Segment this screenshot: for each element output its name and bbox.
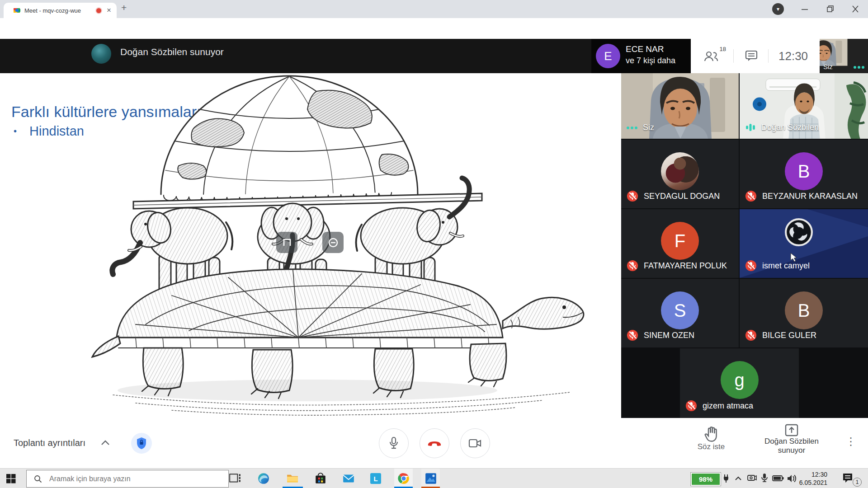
tile-fatmayaren[interactable]: F FATMAYAREN POLUK <box>621 209 739 278</box>
tile-seydagul[interactable]: SEYDAGUL DOGAN <box>621 140 739 208</box>
tile-siz[interactable]: Siz <box>621 73 739 139</box>
pin-icon <box>282 238 292 248</box>
window-minimize-button[interactable] <box>798 5 811 13</box>
avatar-initial: B <box>785 152 823 190</box>
avatar-photo <box>661 152 699 190</box>
presenter-avatar <box>91 44 111 64</box>
tab-close-icon[interactable]: × <box>107 6 111 15</box>
pinned-participants-chip[interactable]: E ECE NAR ve 7 kişi daha <box>591 39 691 73</box>
mic-icon <box>388 436 400 450</box>
photos-icon[interactable] <box>425 472 437 485</box>
obs-logo-icon <box>784 217 814 247</box>
participant-name: BILGE GULER <box>762 331 816 340</box>
l-app-icon[interactable]: L <box>369 472 382 485</box>
mail-icon[interactable] <box>342 472 355 485</box>
browser-toolbar: ← → meet.google.com/mqv-cozg-wue ☆ ⋮ <box>0 18 868 39</box>
participant-name: SEYDAGUL DOGAN <box>644 192 720 201</box>
meet-top-bar: KAYDEDİLİYOR Doğan Sözbilen sunuyor E EC… <box>0 39 868 73</box>
browser-tab[interactable]: Meet - mqv-cozg-wue × <box>4 3 117 18</box>
presenting-name: Doğan Sözbilen <box>756 437 827 446</box>
ms-store-icon[interactable] <box>314 472 327 485</box>
screen-record-icon[interactable] <box>747 474 757 483</box>
search-icon <box>34 475 42 483</box>
avatar-initial: F <box>661 222 699 260</box>
participant-name: FATMAYAREN POLUK <box>644 261 727 271</box>
power-plug-icon[interactable] <box>722 474 730 483</box>
participant-count: 18 <box>720 46 726 52</box>
participant-name: ismet camyel <box>762 261 810 271</box>
task-view-icon[interactable] <box>229 472 241 485</box>
group-avatar: E <box>596 44 620 68</box>
avatar-initial: S <box>661 291 699 329</box>
participant-name: SINEM OZEN <box>644 331 694 340</box>
remove-tile-button[interactable] <box>322 232 344 253</box>
tile-sinem[interactable]: S SINEM OZEN <box>621 279 739 347</box>
self-label: Siz <box>823 63 833 70</box>
raise-hand-button[interactable]: Söz iste <box>687 426 735 451</box>
windows-taskbar: L 98% <box>0 468 868 488</box>
presenting-banner: Doğan Sözbilen sunuyor <box>120 47 224 57</box>
tray-chevron-icon[interactable] <box>734 476 742 481</box>
tile-menu-dots-icon[interactable] <box>854 66 864 69</box>
start-button[interactable] <box>6 474 16 483</box>
tile-menu-dots-icon[interactable] <box>627 127 637 129</box>
battery-percent-badge[interactable]: 98% <box>691 473 721 486</box>
camera-toggle-button[interactable] <box>460 428 490 458</box>
world-turtle-illustration <box>0 73 621 418</box>
tile-dogan[interactable]: Doğan Sözbilen <box>740 73 868 139</box>
avatar-initial: g <box>721 361 759 399</box>
tile-beyzanur[interactable]: B BEYZANUR KARAASLAN <box>740 140 868 208</box>
mic-off-icon <box>685 400 697 412</box>
new-tab-button[interactable]: + <box>121 2 127 13</box>
participant-name: gizem atmaca <box>703 401 753 411</box>
mic-toggle-button[interactable] <box>379 428 409 458</box>
participants-icon <box>703 50 719 62</box>
more-options-button[interactable]: ⋮ <box>845 435 856 448</box>
shield-lock-icon <box>136 437 147 450</box>
file-explorer-icon[interactable] <box>286 472 299 485</box>
tray-clock[interactable]: 12:30 6.05.2021 <box>792 470 827 487</box>
unpin-presentation-button[interactable] <box>276 232 297 253</box>
window-close-button[interactable] <box>849 4 862 14</box>
meeting-details-button[interactable]: Toplantı ayrıntıları <box>14 438 85 448</box>
meeting-clock: 12:30 <box>778 49 808 63</box>
mic-off-icon <box>745 190 757 202</box>
notification-count-badge: 1 <box>853 478 862 487</box>
hangup-button[interactable] <box>420 428 449 458</box>
chevron-up-icon[interactable] <box>100 440 110 446</box>
self-preview-mini-tile[interactable]: Siz <box>820 39 868 73</box>
chat-button[interactable] <box>745 50 758 62</box>
tab-recording-indicator-icon <box>96 8 101 13</box>
host-controls-button[interactable] <box>131 433 152 454</box>
presenting-word: sunuyor <box>756 446 827 455</box>
presenting-status-button[interactable]: Doğan Sözbilen sunuyor <box>756 423 827 455</box>
taskbar-search[interactable] <box>26 470 229 488</box>
pinned-more: ve 7 kişi daha <box>626 56 675 66</box>
search-input[interactable] <box>48 474 213 483</box>
tile-gizem[interactable]: g gizem atmaca <box>680 348 799 418</box>
presentation-stage[interactable]: Farklı kültürlere yansımaları • Hindista… <box>0 73 621 418</box>
chrome-icon[interactable] <box>397 472 410 485</box>
participant-name: Siz <box>643 123 654 132</box>
mic-off-icon <box>627 190 638 202</box>
notification-center-icon[interactable] <box>842 473 854 483</box>
minus-circle-icon <box>328 237 339 248</box>
meet-bottom-bar: Toplantı ayrıntıları <box>0 418 868 468</box>
window-restore-button[interactable] <box>824 4 836 14</box>
raise-hand-label: Söz iste <box>687 442 735 451</box>
screen: Meet - mqv-cozg-wue × + ▾ ← → m <box>0 0 868 488</box>
participants-button[interactable]: 18 <box>703 50 719 62</box>
participant-name: BEYZANUR KARAASLAN <box>762 192 858 201</box>
tray-battery-icon[interactable] <box>772 475 784 482</box>
window-caret-button[interactable]: ▾ <box>772 3 784 15</box>
tray-mic-icon[interactable] <box>761 473 768 483</box>
present-screen-icon <box>783 423 800 437</box>
tile-bilge[interactable]: B BILGE GULER <box>740 279 868 347</box>
avatar-initial: B <box>785 291 823 329</box>
speaking-indicator-icon <box>745 122 756 132</box>
tray-date: 6.05.2021 <box>792 479 827 487</box>
pinned-name: ECE NAR <box>626 44 664 54</box>
browser-tabstrip: Meet - mqv-cozg-wue × + ▾ <box>0 0 868 18</box>
tile-ismet[interactable]: ismet camyel <box>740 209 868 278</box>
edge-icon[interactable] <box>257 472 270 485</box>
